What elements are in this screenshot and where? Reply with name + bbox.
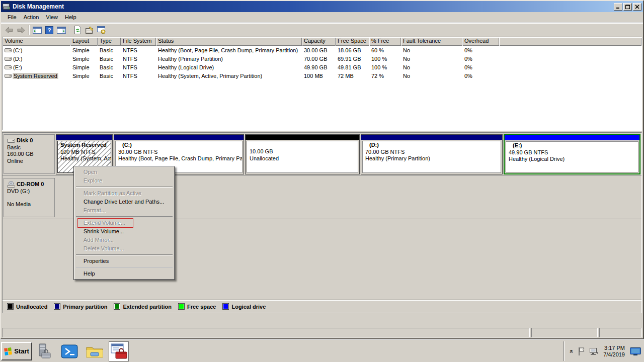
server-manager-button[interactable] — [34, 341, 54, 361]
legend-swatch — [114, 303, 120, 310]
cell-free-space: 72 MB — [336, 73, 369, 79]
cdrom-icon — [7, 181, 16, 188]
server-manager-icon — [36, 343, 53, 360]
column-header-file-system[interactable]: File System — [121, 37, 156, 46]
partition-size: 100 MB NTFS — [60, 149, 108, 156]
cell-status: Healthy (Primary Partition) — [156, 56, 302, 62]
forward-arrow-icon — [17, 27, 26, 34]
column-header-overhead[interactable]: Overhead — [462, 37, 499, 46]
menu-item-delete-volume[interactable]: Delete Volume... — [75, 244, 174, 253]
powershell-button[interactable] — [59, 341, 79, 361]
menu-item-add-mirror[interactable]: Add Mirror... — [75, 236, 174, 244]
column-header-type[interactable]: Type — [98, 37, 121, 46]
column-header-capacity[interactable]: Capacity — [302, 37, 336, 46]
partition-unallocated[interactable]: 10.00 GB Unallocated — [245, 134, 360, 174]
show-action-pane-button[interactable] — [55, 24, 67, 36]
back-button[interactable] — [3, 24, 15, 36]
menu-item-explore[interactable]: Explore — [75, 176, 174, 185]
table-row-e[interactable]: (E:) Simple Basic NTFS Healthy (Logical … — [3, 63, 641, 71]
menu-file[interactable]: File — [4, 13, 20, 21]
help-button[interactable]: ? — [43, 24, 55, 36]
volume-name: (E:) — [13, 64, 22, 70]
maximize-button[interactable] — [623, 3, 632, 11]
legend-label: Logical drive — [231, 304, 266, 310]
cell-pct-free: 72 % — [369, 73, 401, 79]
cell-fault-tolerance: No — [401, 56, 462, 62]
column-header-pct-free[interactable]: % Free — [369, 37, 401, 46]
cell-pct-free: 100 % — [369, 64, 401, 70]
legend-logical-drive: Logical drive — [222, 303, 266, 310]
table-row-system-reserved[interactable]: System Reserved Simple Basic NTFS Health… — [3, 71, 641, 80]
cell-file-system: NTFS — [121, 47, 156, 53]
menu-separator — [76, 216, 173, 217]
disk0-size: 160.00 GB — [7, 151, 52, 158]
partition-name: System Reserved — [60, 142, 108, 149]
menu-item-format[interactable]: Format... — [75, 206, 174, 215]
tray-chevron-icon[interactable]: » — [568, 348, 575, 355]
column-header-filler — [499, 37, 641, 46]
cell-overhead: 0% — [462, 47, 499, 53]
menu-item-change-drive-letter[interactable]: Change Drive Letter and Paths... — [75, 198, 174, 206]
menu-help[interactable]: Help — [61, 13, 80, 21]
cell-capacity: 30.00 GB — [302, 47, 336, 53]
volume-icon — [5, 73, 12, 78]
cdrom-header[interactable]: CD-ROM 0 DVD (G:) No Media — [4, 178, 55, 217]
partition-e[interactable]: (E:) 49.90 GB NTFS Healthy (Logical Driv… — [504, 134, 640, 174]
column-header-free-space[interactable]: Free Space — [336, 37, 369, 46]
column-header-layout[interactable]: Layout — [70, 37, 98, 46]
partition-color-bar — [361, 135, 502, 140]
partition-color-bar — [505, 135, 639, 140]
cell-overhead: 0% — [462, 64, 499, 70]
column-header-status[interactable]: Status — [156, 37, 302, 46]
table-row-c[interactable]: (C:) Simple Basic NTFS Healthy (Boot, Pa… — [3, 46, 641, 54]
title-bar[interactable]: Disk Management — [1, 1, 643, 12]
legend-bar: Unallocated Primary partition Extended p… — [3, 300, 641, 313]
manage-computer-button[interactable] — [96, 24, 108, 36]
menu-item-properties[interactable]: Properties — [75, 257, 174, 265]
network-icon[interactable] — [589, 347, 599, 356]
refresh-button[interactable] — [71, 24, 84, 36]
close-button[interactable] — [633, 3, 641, 11]
action-center-flag-icon[interactable] — [577, 346, 586, 356]
partition-name: (E:) — [509, 142, 635, 149]
legend-label: Unallocated — [16, 304, 47, 310]
maximize-icon — [625, 5, 630, 9]
show-console-tree-button[interactable] — [31, 24, 43, 36]
cell-overhead: 0% — [462, 73, 499, 79]
taskbar-clock[interactable]: 3:17 PM 7/4/2019 — [601, 345, 627, 358]
disk-icon — [7, 138, 16, 143]
file-explorer-button[interactable] — [85, 341, 105, 361]
cell-fault-tolerance: No — [401, 64, 462, 70]
close-icon — [635, 5, 639, 9]
system-tray: » 3:17 PM 7/4/2019 — [564, 341, 643, 361]
menu-item-mark-partition-active[interactable]: Mark Partition as Active — [75, 189, 174, 198]
help-icon: ? — [45, 26, 53, 34]
show-desktop-monitor-icon[interactable] — [629, 346, 641, 356]
windows-logo-icon — [4, 346, 13, 355]
device-properties-button[interactable] — [84, 24, 96, 36]
volume-name: (D:) — [13, 56, 22, 62]
start-button[interactable]: Start — [1, 342, 32, 360]
volume-list: Volume Layout Type File System Status Ca… — [2, 37, 642, 130]
minimize-button[interactable] — [614, 3, 622, 11]
volume-name: System Reserved — [13, 73, 58, 79]
cell-capacity: 100 MB — [302, 73, 336, 79]
menu-view[interactable]: View — [42, 13, 61, 21]
forward-button[interactable] — [15, 24, 27, 36]
column-header-volume[interactable]: Volume — [3, 37, 70, 46]
partition-d[interactable]: (D:) 70.00 GB NTFS Healthy (Primary Part… — [361, 134, 503, 174]
disk0-status: Online — [7, 158, 52, 165]
cell-file-system: NTFS — [121, 64, 156, 70]
disk-management-taskbar-button[interactable] — [109, 341, 129, 361]
device-properties-icon — [85, 26, 94, 34]
legend-label: Free space — [187, 304, 216, 310]
menu-action[interactable]: Action — [20, 13, 43, 21]
table-row-d[interactable]: (D:) Simple Basic NTFS Healthy (Primary … — [3, 54, 641, 63]
menu-item-open[interactable]: Open — [75, 168, 174, 176]
disk0-header[interactable]: Disk 0 Basic 160.00 GB Online — [4, 134, 55, 174]
menu-item-shrink-volume[interactable]: Shrink Volume... — [75, 227, 174, 236]
cell-fault-tolerance: No — [401, 47, 462, 53]
column-header-fault-tolerance[interactable]: Fault Tolerance — [401, 37, 462, 46]
menu-item-extend-volume[interactable]: Extend Volume... — [75, 219, 174, 227]
menu-item-help[interactable]: Help — [75, 269, 174, 278]
